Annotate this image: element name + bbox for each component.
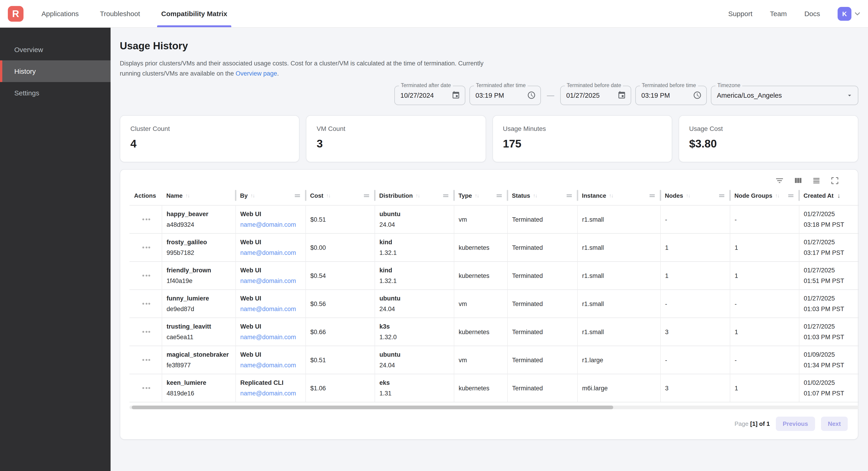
row-type: kubernetes (454, 233, 507, 262)
row-type: vm (454, 290, 507, 318)
column-menu-icon[interactable] (496, 192, 503, 199)
link-team[interactable]: Team (770, 10, 787, 18)
overview-page-link[interactable]: Overview page (236, 70, 277, 77)
sidebar: Overview History Settings (0, 28, 111, 471)
sidebar-item-overview[interactable]: Overview (0, 39, 111, 60)
tab-applications[interactable]: Applications (37, 0, 83, 27)
avatar: K (838, 7, 851, 21)
sort-icon[interactable]: ↑↓ (533, 193, 537, 198)
sort-icon[interactable]: ↑↓ (609, 193, 613, 198)
sidebar-item-settings[interactable]: Settings (0, 82, 111, 104)
calendar-icon[interactable] (617, 91, 626, 99)
row-instance: r1.small (577, 318, 660, 346)
sort-icon[interactable]: ↑↓ (475, 193, 479, 198)
row-name: funny_lumiere (166, 295, 232, 302)
row-actions-button[interactable] (134, 331, 159, 333)
column-header-instance[interactable]: Instance↑↓ (577, 186, 660, 205)
row-nodes: - (660, 205, 730, 233)
dropdown-caret-icon[interactable] (846, 91, 853, 99)
sort-icon[interactable]: ↑↓ (250, 193, 254, 198)
column-menu-icon[interactable] (649, 192, 656, 199)
row-created-time: 03:17 PM PST (804, 249, 856, 256)
row-actions-button[interactable] (134, 303, 159, 305)
row-type: vm (454, 205, 507, 233)
row-instance: r1.large (577, 346, 660, 374)
app-window: R Applications Troubleshoot Compatibilit… (0, 0, 868, 471)
link-docs[interactable]: Docs (804, 10, 820, 18)
column-menu-icon[interactable] (787, 192, 794, 199)
column-menu-icon[interactable] (442, 192, 449, 199)
terminated-before-date-field[interactable]: Terminated before date 01/27/2025 (560, 86, 631, 105)
row-actions-button[interactable] (134, 387, 159, 389)
row-cost: $0.51 (306, 346, 375, 374)
sort-icon[interactable]: ↑↓ (185, 193, 190, 198)
row-status: Terminated (507, 262, 577, 290)
terminated-after-date-field[interactable]: Terminated after date 10/27/2024 (394, 86, 465, 105)
row-actions-button[interactable] (134, 359, 159, 361)
row-email-link[interactable]: name@domain.com (240, 277, 303, 284)
terminated-after-time-field[interactable]: Terminated after time 03:19 PM (469, 86, 541, 105)
column-menu-icon[interactable] (363, 192, 370, 199)
filter-icon[interactable] (775, 176, 784, 185)
horizontal-scrollbar-track (129, 406, 859, 409)
sidebar-item-history[interactable]: History (0, 60, 111, 82)
sort-icon[interactable]: ↑↓ (775, 193, 779, 198)
next-page-button[interactable]: Next (821, 417, 848, 431)
row-type: kubernetes (454, 374, 507, 402)
row-email-link[interactable]: name@domain.com (240, 390, 303, 397)
column-header-type[interactable]: Type↑↓ (454, 186, 507, 205)
sort-icon[interactable]: ↑↓ (686, 193, 690, 198)
row-created-by: Web UI (240, 295, 303, 302)
calendar-icon[interactable] (452, 91, 460, 99)
row-email-link[interactable]: name@domain.com (240, 362, 303, 369)
profile-menu-button[interactable]: K (838, 7, 862, 21)
columns-icon[interactable] (793, 176, 803, 185)
density-icon[interactable] (812, 176, 821, 185)
sort-icon[interactable]: ↑↓ (326, 193, 330, 198)
clock-icon[interactable] (693, 91, 702, 99)
row-nodes: 1 (660, 233, 730, 262)
field-value: 01/27/2025 (566, 91, 600, 99)
stat-card-usage-cost: Usage Cost $3.80 (679, 115, 859, 162)
column-header-by[interactable]: By↑↓ (236, 186, 306, 205)
usage-table-card: Actions Name↑↓ By↑↓ Cost↑↓ Distribution↑… (120, 169, 858, 440)
sort-descending-icon[interactable]: ↓ (837, 192, 841, 199)
tab-compatibility-matrix[interactable]: Compatibility Matrix (157, 0, 231, 27)
sort-icon[interactable]: ↑↓ (415, 193, 420, 198)
terminated-before-time-field[interactable]: Terminated before time 03:19 PM (636, 86, 707, 105)
column-header-distribution[interactable]: Distribution↑↓ (375, 186, 454, 205)
column-header-nodes[interactable]: Nodes↑↓ (660, 186, 730, 205)
column-header-created-at[interactable]: Created At↓ (799, 186, 859, 205)
stat-card-usage-minutes: Usage Minutes 175 (492, 115, 672, 162)
top-navbar: R Applications Troubleshoot Compatibilit… (0, 0, 868, 28)
horizontal-scrollbar-thumb[interactable] (132, 406, 613, 409)
column-menu-icon[interactable] (718, 192, 725, 199)
timezone-select[interactable]: Timezone America/Los_Angeles (711, 86, 858, 105)
row-cost: $0.54 (306, 262, 375, 290)
clock-icon[interactable] (527, 91, 536, 99)
row-email-link[interactable]: name@domain.com (240, 249, 303, 256)
row-email-link[interactable]: name@domain.com (240, 305, 303, 313)
row-node-groups: 1 (730, 374, 799, 402)
previous-page-button[interactable]: Previous (776, 417, 815, 431)
main-content: Usage History Displays prior clusters/VM… (111, 28, 868, 471)
column-header-status[interactable]: Status↑↓ (507, 186, 577, 205)
row-created-date: 01/27/2025 (804, 211, 856, 217)
row-email-link[interactable]: name@domain.com (240, 334, 303, 341)
link-support[interactable]: Support (728, 10, 752, 18)
row-actions-button[interactable] (134, 218, 159, 220)
row-email-link[interactable]: name@domain.com (240, 221, 303, 228)
column-header-name[interactable]: Name↑↓ (162, 186, 236, 205)
fullscreen-icon[interactable] (830, 176, 839, 185)
tab-troubleshoot[interactable]: Troubleshoot (96, 0, 144, 27)
table-row: friendly_brown1f40a19e Web UIname@domain… (129, 262, 859, 290)
row-status: Terminated (507, 233, 577, 262)
row-actions-button[interactable] (134, 275, 159, 276)
column-menu-icon[interactable] (566, 192, 573, 199)
column-menu-icon[interactable] (294, 192, 301, 199)
row-created-date: 01/27/2025 (804, 295, 856, 302)
column-header-node-groups[interactable]: Node Groups↑↓ (730, 186, 799, 205)
replicated-logo[interactable]: R (8, 6, 24, 22)
row-actions-button[interactable] (134, 246, 159, 248)
column-header-cost[interactable]: Cost↑↓ (306, 186, 375, 205)
